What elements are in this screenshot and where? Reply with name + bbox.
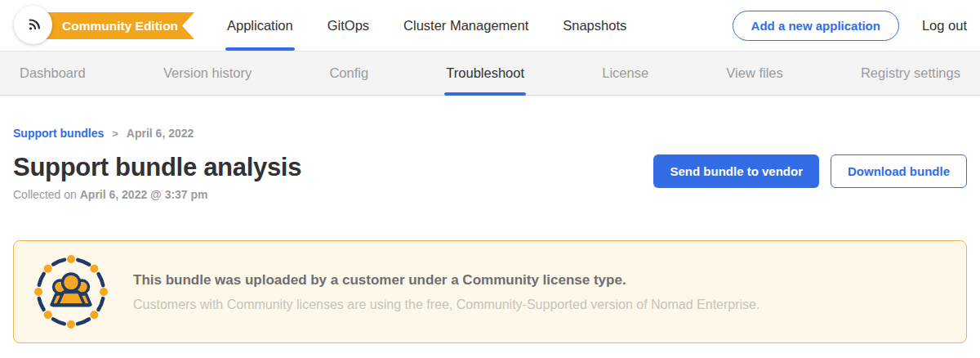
logout-link[interactable]: Log out bbox=[922, 18, 967, 34]
subnav-view-files[interactable]: View files bbox=[726, 51, 782, 96]
subnav-version-history[interactable]: Version history bbox=[163, 51, 252, 96]
collected-date: April 6, 2022 @ 3:37 pm bbox=[80, 188, 208, 201]
topbar-right: Add a new application Log out bbox=[733, 11, 980, 41]
nav-cluster-management[interactable]: Cluster Management bbox=[403, 0, 528, 51]
breadcrumb-current: April 6, 2022 bbox=[127, 127, 194, 140]
breadcrumb-support-bundles-link[interactable]: Support bundles bbox=[13, 127, 104, 140]
nav-gitops[interactable]: GitOps bbox=[327, 0, 369, 51]
page-header: Support bundle analysis Collected on Apr… bbox=[0, 153, 980, 201]
nav-snapshots[interactable]: Snapshots bbox=[563, 0, 626, 51]
page-header-actions: Send bundle to vendor Download bundle bbox=[653, 154, 967, 188]
nav-application[interactable]: Application bbox=[227, 0, 293, 51]
subnav-registry-settings[interactable]: Registry settings bbox=[861, 51, 960, 96]
notice-title: This bundle was uploaded by a customer u… bbox=[133, 272, 760, 289]
subnav-troubleshoot[interactable]: Troubleshoot bbox=[446, 51, 524, 96]
notice-text: This bundle was uploaded by a customer u… bbox=[133, 272, 760, 312]
download-bundle-button[interactable]: Download bundle bbox=[831, 154, 967, 188]
collected-timestamp: Collected on April 6, 2022 @ 3:37 pm bbox=[13, 188, 301, 201]
page-header-left: Support bundle analysis Collected on Apr… bbox=[13, 153, 301, 201]
secondary-nav: Dashboard Version history Config Trouble… bbox=[0, 51, 980, 96]
brand: Community Edition bbox=[0, 0, 194, 51]
collected-prefix: Collected on bbox=[13, 188, 80, 201]
replicated-logo-icon bbox=[21, 13, 46, 38]
notice-subtitle: Customers with Community licenses are us… bbox=[133, 298, 760, 312]
page-title: Support bundle analysis bbox=[13, 153, 301, 182]
badge-label: Community Edition bbox=[62, 19, 178, 34]
primary-nav: Application GitOps Cluster Management Sn… bbox=[227, 0, 626, 51]
subnav-dashboard[interactable]: Dashboard bbox=[20, 51, 86, 96]
send-bundle-to-vendor-button[interactable]: Send bundle to vendor bbox=[653, 154, 819, 188]
community-license-notice: This bundle was uploaded by a customer u… bbox=[13, 240, 967, 343]
app-logo[interactable] bbox=[14, 6, 52, 44]
top-navigation-bar: Community Edition Application GitOps Clu… bbox=[0, 0, 980, 51]
community-users-icon bbox=[33, 254, 109, 329]
breadcrumb: Support bundles > April 6, 2022 bbox=[13, 127, 967, 140]
subnav-config[interactable]: Config bbox=[329, 51, 368, 96]
community-edition-badge: Community Edition bbox=[33, 12, 194, 39]
subnav-license[interactable]: License bbox=[602, 51, 648, 96]
add-new-application-button[interactable]: Add a new application bbox=[733, 11, 899, 41]
breadcrumb-separator: > bbox=[112, 128, 118, 140]
